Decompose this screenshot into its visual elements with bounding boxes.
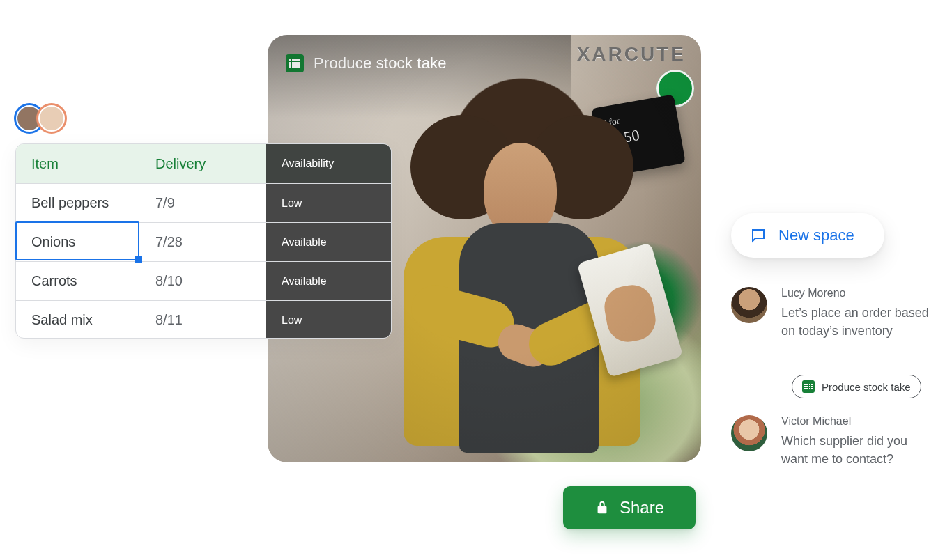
collaborator-avatars — [14, 103, 67, 134]
avatar[interactable] — [731, 415, 767, 451]
chalkboard — [591, 94, 686, 177]
cell-item[interactable]: Onions — [16, 234, 140, 250]
lock-icon — [594, 500, 610, 515]
cell-item[interactable]: Salad mix — [16, 312, 140, 328]
attachment-label: Produce stock take — [822, 381, 911, 393]
share-button[interactable]: Share — [563, 486, 696, 529]
store-sign: XARCUTE — [577, 43, 686, 65]
hero-gradient — [268, 35, 571, 118]
column-header-item[interactable]: Item — [16, 156, 140, 172]
table-row[interactable]: Onions 7/28 Available — [16, 222, 391, 261]
column-header-availability[interactable]: Availability — [266, 144, 392, 183]
avatar[interactable] — [36, 103, 67, 134]
message-author: Lucy Moreno — [781, 287, 935, 300]
document-title: Produce stock take — [314, 54, 447, 72]
table-row[interactable]: Bell peppers 7/9 Low — [16, 183, 391, 222]
sheets-icon — [802, 380, 815, 393]
spreadsheet[interactable]: Item Delivery Availability Bell peppers … — [15, 143, 392, 339]
table-row[interactable]: Carrots 8/10 Available — [16, 261, 391, 300]
cell-availability[interactable]: Low — [266, 184, 392, 222]
cell-item[interactable]: Bell peppers — [16, 195, 140, 211]
new-space-button[interactable]: New space — [731, 213, 884, 258]
share-label: Share — [620, 498, 664, 518]
new-space-label: New space — [778, 226, 854, 244]
cell-delivery[interactable]: 8/11 — [140, 312, 266, 328]
chat-icon — [749, 227, 767, 244]
cell-availability[interactable]: Available — [266, 223, 392, 261]
sheets-icon — [286, 54, 304, 72]
table-row[interactable]: Salad mix 8/11 Low — [16, 300, 391, 339]
table-header-row: Item Delivery Availability — [16, 144, 391, 183]
person-illustration — [383, 77, 640, 453]
message-text: Which supplier did you want me to contac… — [781, 432, 935, 468]
store-badge — [656, 70, 694, 107]
column-header-delivery[interactable]: Delivery — [140, 156, 266, 172]
cell-delivery[interactable]: 7/28 — [140, 234, 266, 250]
cell-delivery[interactable]: 7/9 — [140, 195, 266, 211]
avatar[interactable] — [731, 287, 767, 323]
cell-item[interactable]: Carrots — [16, 273, 140, 289]
attachment-chip[interactable]: Produce stock take — [792, 375, 921, 398]
cell-availability[interactable]: Low — [266, 301, 392, 339]
cell-delivery[interactable]: 8/10 — [140, 273, 266, 289]
chat-message: Victor Michael Which supplier did you wa… — [731, 415, 935, 468]
cell-availability[interactable]: Available — [266, 262, 392, 300]
message-author: Victor Michael — [781, 415, 935, 428]
stage: XARCUTE Produce stock take Item Delivery… — [0, 0, 945, 560]
message-text: Let’s place an order based on today’s in… — [781, 304, 935, 340]
chat-message: Lucy Moreno Let’s place an order based o… — [731, 287, 935, 340]
document-title-bar: Produce stock take — [286, 54, 447, 72]
